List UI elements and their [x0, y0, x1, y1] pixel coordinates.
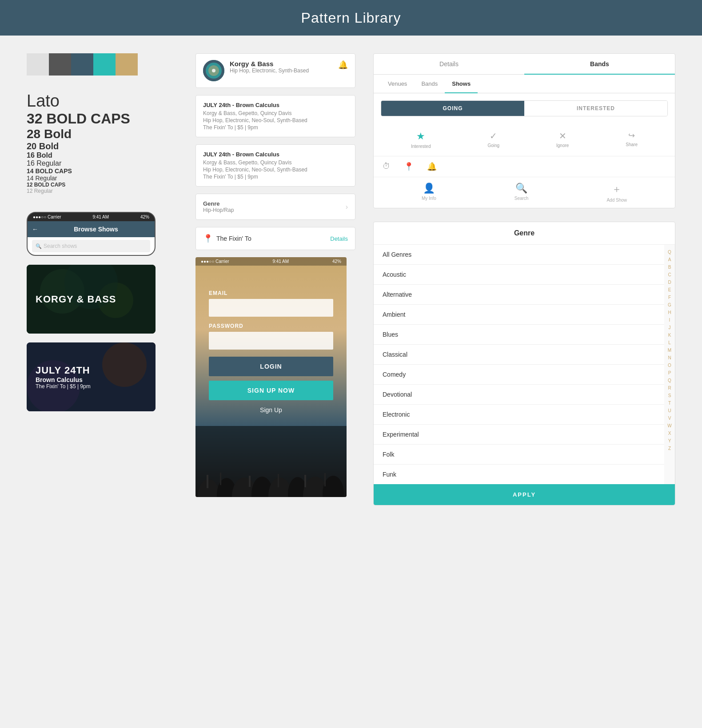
type-16-bold: 16 Bold [27, 151, 178, 159]
search-nav[interactable]: 🔍 Search [515, 183, 529, 203]
alpha-letter[interactable]: M [668, 346, 671, 354]
search-nav-icon: 🔍 [515, 183, 527, 194]
login-button[interactable]: LOGIN [209, 357, 333, 376]
type-32-bold: 32 BOLD CAPS [27, 111, 178, 127]
alpha-letter[interactable]: A [668, 256, 671, 263]
genre-list-item[interactable]: Experimental [374, 425, 664, 445]
sub-tab-venues[interactable]: Venues [381, 75, 414, 93]
carrier-label: ●●●○○ Carrier [33, 215, 61, 219]
signup-link[interactable]: Sign Up [260, 406, 282, 414]
utility-icons-row: ⏱ 📍 🔔 [374, 156, 675, 177]
show-venue: The Fixin' To | $5 | 9pm [36, 383, 91, 390]
interested-action[interactable]: ★ Interested [411, 131, 431, 149]
alpha-letter[interactable]: Q [668, 248, 671, 256]
email-input[interactable] [209, 299, 333, 317]
band-name: KORGY & BASS [36, 294, 116, 305]
notification-bell-icon[interactable]: 🔔 [338, 60, 348, 70]
genre-list-item[interactable]: Devotional [374, 385, 664, 405]
alpha-letter[interactable]: Y [668, 437, 671, 445]
color-swatches [27, 53, 178, 76]
show-card[interactable]: Korgy & Bass Hip Hop, Electronic, Synth-… [195, 53, 355, 88]
swatch-slate [71, 53, 93, 76]
type-12-bold-caps: 12 BOLD CAPS [27, 182, 178, 188]
add-show-label: Add Show [606, 198, 627, 203]
sub-tab-shows[interactable]: Shows [445, 75, 478, 93]
going-label: Going [487, 143, 499, 148]
alpha-letter[interactable]: W [667, 422, 671, 430]
alpha-letter[interactable]: U [668, 407, 671, 414]
mobile-browse-mockup: ●●●○○ Carrier 9:41 AM 42% ← Browse Shows… [27, 212, 156, 256]
share-icon: ↪ [628, 131, 635, 140]
genre-list-item[interactable]: Classical [374, 345, 664, 365]
genre-list-item[interactable]: Electronic [374, 405, 664, 425]
alpha-letter[interactable]: K [668, 331, 671, 339]
alpha-letter[interactable]: P [668, 369, 671, 377]
interested-label: Interested [411, 144, 431, 149]
alpha-letter[interactable]: N [668, 354, 671, 362]
genre-list: All GenresAcousticAlternativeAmbientBlue… [374, 245, 664, 484]
location-icon[interactable]: 📍 [404, 162, 414, 171]
alpha-letter[interactable]: L [668, 339, 671, 346]
x-icon: ✕ [559, 131, 566, 141]
alpha-letter[interactable]: E [668, 286, 671, 294]
alpha-letter[interactable]: F [668, 294, 671, 301]
share-action[interactable]: ↪ Share [626, 131, 638, 149]
genre-list-item[interactable]: Acoustic [374, 265, 664, 285]
genre-panel-title: Genre [374, 222, 675, 245]
genre-list-item[interactable]: All Genres [374, 245, 664, 265]
alpha-letter[interactable]: Q [668, 377, 671, 384]
password-input[interactable] [209, 332, 333, 350]
sub-tab-bands[interactable]: Bands [414, 75, 445, 93]
back-icon[interactable]: ← [32, 226, 38, 233]
genre-list-item[interactable]: Blues [374, 325, 664, 345]
bell-utility-icon[interactable]: 🔔 [427, 162, 437, 171]
show-card-overlay: JULY 24th Brown Calculus The Fixin' To |… [27, 342, 156, 411]
going-action[interactable]: ✓ Going [487, 131, 499, 149]
add-show-nav[interactable]: ＋ Add Show [606, 183, 627, 203]
alpha-letter[interactable]: R [668, 384, 671, 392]
event-card-1[interactable]: JULY 24th - Brown Calculus Korgy & Bass,… [195, 95, 355, 137]
genre-list-item[interactable]: Folk [374, 445, 664, 465]
genre-selector-card[interactable]: Genre Hip-Hop/Rap › [195, 194, 355, 220]
alpha-letter[interactable]: D [668, 278, 671, 286]
alpha-letter[interactable]: H [668, 309, 671, 316]
my-info-nav[interactable]: 👤 My Info [422, 183, 436, 203]
alpha-letter[interactable]: C [668, 271, 671, 278]
clock-icon[interactable]: ⏱ [383, 162, 391, 171]
genre-list-item[interactable]: Comedy [374, 365, 664, 385]
alpha-letter[interactable]: Z [668, 445, 671, 452]
alpha-letter[interactable]: O [668, 362, 671, 369]
search-input[interactable]: 🔍 Search shows [32, 240, 150, 252]
ignore-action[interactable]: ✕ Ignore [556, 131, 569, 149]
middle-column: Korgy & Bass Hip Hop, Electronic, Synth-… [195, 53, 355, 505]
tab-bands[interactable]: Bands [524, 54, 675, 75]
alpha-letter[interactable]: I [669, 316, 670, 324]
venue-card[interactable]: 📍 The Fixin' To Details [195, 227, 355, 250]
alpha-letter[interactable]: J [669, 324, 671, 331]
star-icon: ★ [416, 131, 425, 142]
toggle-interested[interactable]: INTERESTED [524, 101, 667, 116]
tab-details[interactable]: Details [374, 54, 524, 75]
genre-list-item[interactable]: Ambient [374, 305, 664, 325]
alpha-letter[interactable]: V [668, 414, 671, 422]
genre-list-item[interactable]: Funk [374, 465, 664, 484]
details-link[interactable]: Details [330, 235, 348, 242]
action-icons-row: ★ Interested ✓ Going ✕ Ignore ↪ Share [374, 123, 675, 156]
alpha-letter[interactable]: B [668, 263, 671, 271]
alpha-letter[interactable]: G [668, 301, 671, 309]
band-card-korgy[interactable]: KORGY & BASS [27, 265, 156, 334]
toggle-going[interactable]: GOING [381, 101, 524, 116]
type-14-regular: 14 Regular [27, 175, 178, 182]
apply-button[interactable]: APPLY [374, 484, 675, 505]
venue-left: 📍 The Fixin' To [203, 234, 251, 243]
genre-list-item[interactable]: Alternative [374, 285, 664, 305]
email-label: EMAIL [209, 290, 227, 296]
type-14-bold-caps: 14 BOLD CAPS [27, 167, 178, 175]
event-card-2[interactable]: JULY 24th - Brown Calculus Korgy & Bass,… [195, 144, 355, 187]
signup-button[interactable]: SIGN UP NOW [209, 381, 333, 400]
band-card-july[interactable]: JULY 24th Brown Calculus The Fixin' To |… [27, 342, 156, 411]
alpha-letter[interactable]: S [668, 392, 671, 399]
location-pin-icon: 📍 [203, 234, 213, 243]
alpha-letter[interactable]: T [668, 399, 671, 407]
alpha-letter[interactable]: X [668, 430, 671, 437]
